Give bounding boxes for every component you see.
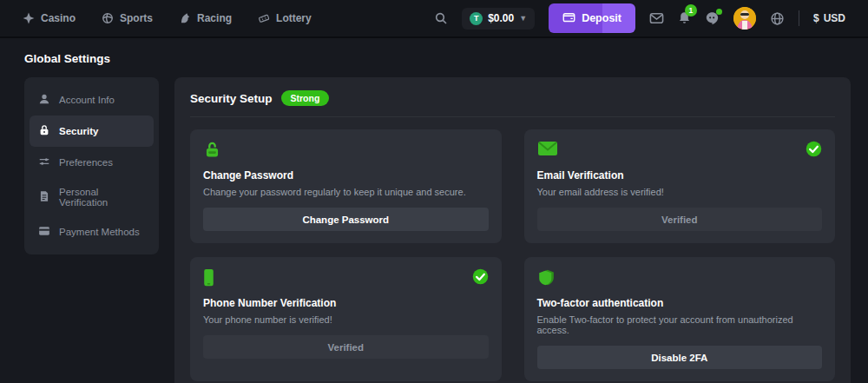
sliders-icon [38, 155, 50, 169]
sidebar-item-label: Payment Methods [59, 227, 140, 237]
sidebar-item-preferences[interactable]: Preferences [30, 147, 154, 178]
settings-sidebar: Account Info Security Preferences Person… [24, 77, 159, 254]
balance-amount: $0.00 [488, 12, 514, 24]
currency-symbol: $ [813, 12, 819, 24]
card-description: Change your password regularly to keep i… [203, 187, 489, 197]
disable-2fa-button[interactable]: Disable 2FA [537, 346, 823, 369]
chevron-down-icon: ▼ [519, 14, 527, 23]
currency-selector[interactable]: $ USD [813, 12, 845, 24]
currency-code: USD [824, 12, 845, 24]
verified-check-icon [806, 141, 822, 161]
phone-verified-button[interactable]: Verified [203, 335, 489, 359]
language-globe-icon[interactable] [770, 11, 785, 26]
panel-title: Security Setup [190, 92, 273, 105]
chat-icon[interactable] [705, 11, 720, 25]
sidebar-item-label: Security [59, 126, 98, 136]
user-avatar[interactable] [733, 7, 756, 30]
panel-divider [190, 116, 835, 117]
nav-item-lottery[interactable]: Lottery [258, 12, 312, 24]
sports-icon [102, 12, 114, 24]
lottery-ticket-icon [258, 12, 270, 24]
card-title: Two-factor authentication [537, 297, 823, 309]
card-title: Email Verification [537, 169, 823, 182]
green-phone-icon [203, 268, 214, 290]
notifications-bell-icon[interactable]: 1 [678, 11, 691, 25]
document-icon [38, 190, 50, 204]
mail-icon[interactable] [649, 12, 664, 24]
search-icon[interactable] [434, 11, 448, 25]
tether-coin-icon: T [470, 12, 483, 25]
nav-label: Lottery [276, 12, 312, 24]
email-verification-card: Email Verification Your email address is… [524, 129, 836, 243]
chat-online-dot [716, 9, 722, 15]
card-description: Your email address is verified! [537, 187, 823, 197]
sidebar-item-label: Preferences [59, 157, 113, 168]
sidebar-item-payment-methods[interactable]: Payment Methods [30, 216, 154, 248]
card-title: Phone Number Verification [203, 297, 489, 309]
card-description: Your phone number is verified! [203, 314, 489, 325]
card-description: Enable Two-factor to protect your accoun… [537, 314, 823, 335]
green-lock-icon [203, 141, 221, 162]
nav-item-casino[interactable]: Casino [23, 12, 76, 24]
sidebar-item-label: Personal Verification [59, 187, 145, 208]
change-password-button[interactable]: Change Password [203, 208, 489, 231]
topbar-right-cluster: T $0.00 ▼ Deposit 1 $ [434, 3, 845, 33]
nav-item-sports[interactable]: Sports [102, 12, 153, 24]
credit-card-icon [38, 225, 50, 239]
primary-nav: Casino Sports Racing Lottery [23, 12, 312, 24]
topbar-divider [799, 10, 799, 26]
top-navigation-bar: Casino Sports Racing Lottery T $0.00 [0, 0, 868, 38]
two-factor-shield-icon [537, 268, 556, 290]
deposit-button[interactable]: Deposit [549, 3, 635, 33]
verified-check-icon [472, 268, 489, 288]
two-factor-card: Two-factor authentication Enable Two-fac… [524, 257, 836, 381]
racing-horse-icon [179, 12, 191, 24]
deposit-label: Deposit [582, 12, 621, 24]
nav-item-racing[interactable]: Racing [179, 12, 232, 24]
wallet-balance-selector[interactable]: T $0.00 ▼ [462, 8, 535, 30]
person-icon [38, 93, 50, 107]
green-envelope-icon [537, 141, 558, 160]
page-title: Global Settings [24, 52, 851, 65]
change-password-card: Change Password Change your password reg… [190, 129, 502, 243]
nav-label: Casino [41, 12, 76, 24]
settings-page: Global Settings Account Info Security Pr [0, 38, 868, 383]
notification-count-badge: 1 [685, 4, 697, 17]
sidebar-item-security[interactable]: Security [30, 116, 154, 147]
sidebar-item-personal-verification[interactable]: Personal Verification [30, 178, 154, 216]
nav-label: Racing [197, 12, 232, 24]
card-title: Change Password [203, 169, 489, 182]
casino-icon [23, 12, 35, 24]
phone-verification-card: Phone Number Verification Your phone num… [190, 257, 502, 381]
nav-label: Sports [120, 12, 153, 24]
wallet-icon [562, 11, 575, 25]
lock-icon [38, 124, 50, 138]
sidebar-item-label: Account Info [59, 95, 115, 105]
email-verified-button[interactable]: Verified [537, 208, 823, 231]
security-setup-panel: Security Setup Strong Change Password Ch… [174, 77, 851, 383]
security-strength-badge: Strong [281, 90, 330, 106]
sidebar-item-account-info[interactable]: Account Info [30, 84, 154, 116]
